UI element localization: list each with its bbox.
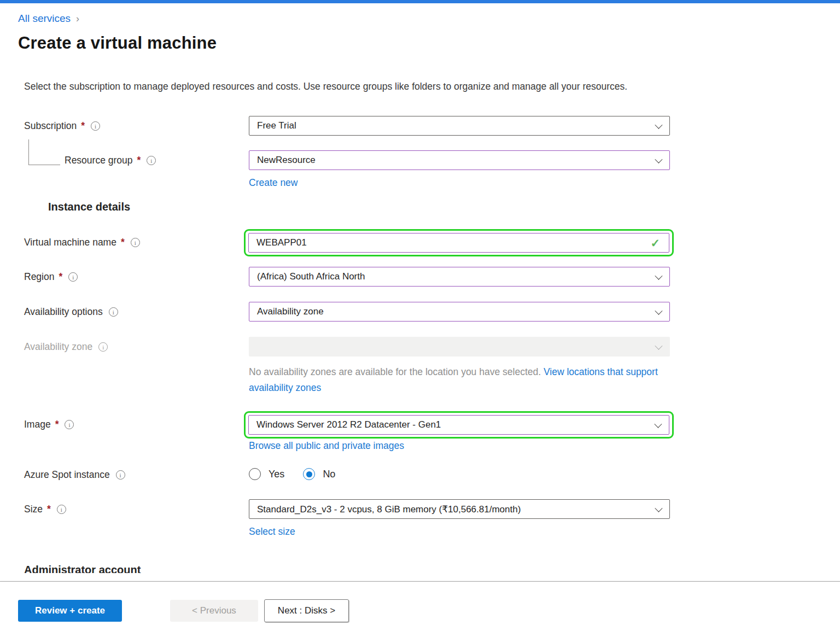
image-value: Windows Server 2012 R2 Datacenter - Gen1 xyxy=(256,419,441,430)
image-row: Image* i Windows Server 2012 R2 Datacent… xyxy=(24,411,840,452)
required-asterisk: * xyxy=(58,271,62,283)
resource-group-dropdown[interactable]: NewResource xyxy=(249,150,670,170)
size-value: Standard_D2s_v3 - 2 vcpus, 8 GiB memory … xyxy=(257,504,521,515)
info-icon[interactable]: i xyxy=(147,156,156,165)
azure-spot-label-text: Azure Spot instance xyxy=(24,469,110,481)
select-size-link[interactable]: Select size xyxy=(249,526,295,537)
page-title: Create a virtual machine xyxy=(18,33,840,53)
azure-spot-yes-label: Yes xyxy=(269,469,284,480)
breadcrumb: All services › xyxy=(18,13,840,25)
subscription-value: Free Trial xyxy=(257,120,296,131)
resource-group-label-text: Resource group xyxy=(65,155,133,166)
info-icon[interactable]: i xyxy=(91,121,100,131)
availability-options-dropdown[interactable]: Availability zone xyxy=(249,302,670,322)
radio-selected-icon xyxy=(303,468,315,480)
availability-zone-message-text: No availability zones are available for … xyxy=(249,366,544,377)
subscription-row: Subscription* i Free Trial xyxy=(24,116,840,136)
image-highlight-box: Windows Server 2012 R2 Datacenter - Gen1 xyxy=(244,411,674,439)
chevron-down-icon xyxy=(655,121,662,129)
browse-images-link[interactable]: Browse all public and private images xyxy=(249,440,404,452)
image-dropdown[interactable]: Windows Server 2012 R2 Datacenter - Gen1 xyxy=(248,415,669,435)
azure-spot-radio-group: Yes No xyxy=(249,465,335,480)
chevron-down-icon xyxy=(655,307,662,315)
availability-zone-dropdown xyxy=(249,337,670,357)
page-description: Select the subscription to manage deploy… xyxy=(24,79,672,95)
size-row: Size* i Standard_D2s_v3 - 2 vcpus, 8 GiB… xyxy=(24,499,840,537)
info-icon[interactable]: i xyxy=(109,307,118,317)
required-asterisk: * xyxy=(120,237,125,248)
info-icon[interactable]: i xyxy=(68,272,78,282)
breadcrumb-chevron-icon: › xyxy=(76,13,79,25)
size-label: Size* i xyxy=(24,499,249,515)
region-label-text: Region xyxy=(24,271,54,283)
chevron-down-icon xyxy=(654,420,662,428)
info-icon[interactable]: i xyxy=(131,238,140,247)
region-value: (Africa) South Africa North xyxy=(257,271,365,282)
required-asterisk: * xyxy=(55,419,59,430)
vm-name-label: Virtual machine name* i xyxy=(24,229,249,248)
info-icon[interactable]: i xyxy=(116,470,125,480)
vm-name-input[interactable]: WEBAPP01 ✓ xyxy=(248,233,669,253)
chevron-down-icon xyxy=(655,342,662,350)
tree-connector-line xyxy=(28,139,60,165)
subscription-label: Subscription* i xyxy=(24,116,249,132)
required-asterisk: * xyxy=(46,504,51,515)
azure-spot-no-option[interactable]: No xyxy=(303,468,335,480)
size-dropdown[interactable]: Standard_D2s_v3 - 2 vcpus, 8 GiB memory … xyxy=(249,499,670,519)
top-accent-bar xyxy=(0,0,840,3)
info-icon[interactable]: i xyxy=(57,505,66,514)
availability-options-label-text: Availability options xyxy=(24,306,103,318)
previous-button[interactable]: < Previous xyxy=(170,600,258,622)
azure-spot-no-label: No xyxy=(323,469,335,480)
vm-name-value: WEBAPP01 xyxy=(256,237,307,248)
availability-options-value: Availability zone xyxy=(257,306,324,317)
region-dropdown[interactable]: (Africa) South Africa North xyxy=(249,267,670,287)
availability-options-row: Availability options i Availability zone xyxy=(24,302,840,322)
chevron-down-icon xyxy=(655,156,662,163)
valid-check-icon: ✓ xyxy=(650,237,660,249)
availability-zone-label: Availability zone i xyxy=(24,337,249,353)
chevron-down-icon xyxy=(655,272,662,280)
vm-name-label-text: Virtual machine name xyxy=(24,237,116,248)
required-asterisk: * xyxy=(80,120,85,132)
next-disks-button[interactable]: Next : Disks > xyxy=(264,599,349,622)
azure-spot-label: Azure Spot instance i xyxy=(24,465,249,481)
instance-details-heading: Instance details xyxy=(48,201,840,213)
info-icon[interactable]: i xyxy=(98,342,108,352)
region-row: Region* i (Africa) South Africa North xyxy=(24,267,840,287)
availability-zone-label-text: Availability zone xyxy=(24,341,92,353)
availability-options-label: Availability options i xyxy=(24,302,249,318)
region-label: Region* i xyxy=(24,267,249,283)
subscription-dropdown[interactable]: Free Trial xyxy=(249,116,670,136)
azure-spot-row: Azure Spot instance i Yes No xyxy=(24,465,840,481)
resource-group-value: NewResource xyxy=(257,155,316,166)
image-label: Image* i xyxy=(24,411,249,430)
info-icon[interactable]: i xyxy=(65,420,74,429)
image-label-text: Image xyxy=(24,419,51,430)
vm-name-row: Virtual machine name* i WEBAPP01 ✓ xyxy=(24,229,840,256)
create-new-link[interactable]: Create new xyxy=(249,177,298,189)
admin-account-heading-clipped: Administrator account xyxy=(0,564,840,573)
radio-unselected-icon xyxy=(249,468,261,480)
chevron-down-icon xyxy=(655,505,662,512)
breadcrumb-all-services-link[interactable]: All services xyxy=(18,13,71,25)
availability-zone-message: No availability zones are available for … xyxy=(249,364,673,396)
vm-name-highlight-box: WEBAPP01 ✓ xyxy=(244,229,674,256)
required-asterisk: * xyxy=(137,155,141,166)
size-label-text: Size xyxy=(24,504,43,515)
basics-form: Subscription* i Free Trial Resource grou… xyxy=(0,116,840,537)
availability-zone-row: Availability zone i No availability zone… xyxy=(24,337,840,396)
admin-account-heading: Administrator account xyxy=(24,564,840,573)
azure-spot-yes-option[interactable]: Yes xyxy=(249,468,284,480)
footer-action-bar: Review + create < Previous Next : Disks … xyxy=(0,581,840,631)
subscription-label-text: Subscription xyxy=(24,120,77,132)
resource-group-row: Resource group* i NewResource Create new xyxy=(24,150,840,189)
review-create-button[interactable]: Review + create xyxy=(18,600,122,622)
